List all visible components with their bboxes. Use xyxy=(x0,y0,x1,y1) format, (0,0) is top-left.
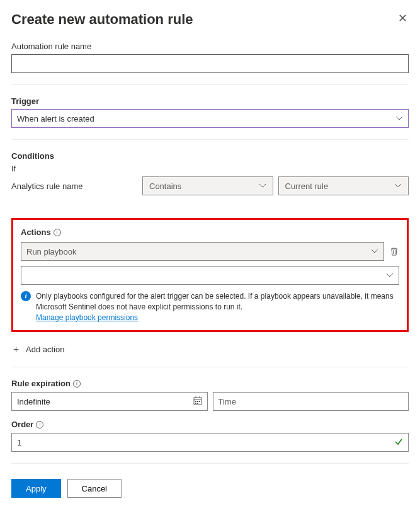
check-icon xyxy=(394,437,403,448)
info-icon[interactable]: i xyxy=(73,380,81,388)
info-icon[interactable]: i xyxy=(54,229,61,236)
trigger-label: Trigger xyxy=(11,96,409,106)
svg-rect-8 xyxy=(197,403,198,404)
rule-name-label: Automation rule name xyxy=(11,42,409,51)
plus-icon: ＋ xyxy=(11,343,21,355)
actions-section: Actions i Run playbook i Only playbooks … xyxy=(11,218,409,332)
delete-icon[interactable] xyxy=(389,246,399,256)
order-label: Order xyxy=(11,420,33,429)
expiration-date-input[interactable]: Indefinite xyxy=(11,392,208,411)
svg-rect-6 xyxy=(199,401,200,402)
svg-rect-4 xyxy=(195,401,196,402)
chevron-down-icon xyxy=(395,115,403,122)
run-playbook-label: Run playbook xyxy=(26,247,371,256)
divider xyxy=(11,367,409,367)
svg-rect-7 xyxy=(195,403,196,404)
info-icon: i xyxy=(21,291,31,301)
trigger-dropdown[interactable]: When alert is created xyxy=(11,109,409,128)
trigger-selected: When alert is created xyxy=(17,114,395,124)
calendar-icon[interactable] xyxy=(193,396,202,407)
expiration-date-value: Indefinite xyxy=(17,397,193,406)
chevron-down-icon xyxy=(386,272,394,279)
info-icon[interactable]: i xyxy=(36,421,43,428)
playbook-select-dropdown[interactable] xyxy=(21,266,399,285)
playbook-info-text: Only playbooks configured for the alert … xyxy=(36,291,399,323)
condition-operator-dropdown[interactable]: Contains xyxy=(142,176,273,195)
analytics-rule-label: Analytics rule name xyxy=(11,181,137,191)
divider xyxy=(11,139,409,140)
add-action-label: Add action xyxy=(26,345,64,354)
condition-value-dropdown[interactable]: Current rule xyxy=(278,176,409,195)
rule-name-input[interactable] xyxy=(11,54,409,73)
run-playbook-dropdown[interactable]: Run playbook xyxy=(21,242,384,261)
add-action-button[interactable]: ＋ Add action xyxy=(11,343,409,355)
expiration-label: Rule expiration xyxy=(11,379,71,388)
close-icon[interactable]: ✕ xyxy=(397,11,409,25)
cancel-button[interactable]: Cancel xyxy=(67,479,122,498)
chevron-down-icon xyxy=(394,182,402,190)
divider xyxy=(11,84,409,85)
manage-permissions-link[interactable]: Manage playbook permissions xyxy=(36,313,138,323)
order-value: 1 xyxy=(17,438,394,447)
page-title: Create new automation rule xyxy=(11,11,193,28)
svg-rect-5 xyxy=(197,401,198,402)
condition-operator-value: Contains xyxy=(149,181,259,191)
actions-label: Actions xyxy=(21,227,51,237)
apply-button[interactable]: Apply xyxy=(11,479,61,498)
divider xyxy=(11,463,409,464)
expiration-time-placeholder: Time xyxy=(219,397,404,406)
chevron-down-icon xyxy=(259,182,266,190)
chevron-down-icon xyxy=(371,248,378,255)
order-input[interactable]: 1 xyxy=(11,433,409,452)
if-label: If xyxy=(11,164,409,173)
expiration-time-input[interactable]: Time xyxy=(213,392,409,411)
conditions-label: Conditions xyxy=(11,151,409,161)
condition-value: Current rule xyxy=(285,181,395,191)
